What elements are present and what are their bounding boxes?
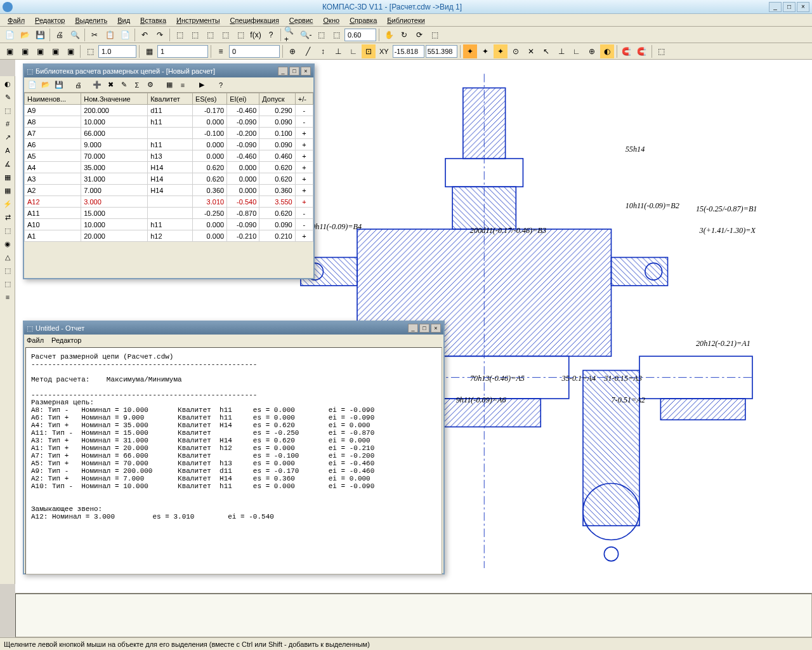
vtool-1[interactable]: ◐ <box>1 77 14 90</box>
print-icon[interactable]: 🖨 <box>53 28 67 42</box>
zoom-out-icon[interactable]: 🔍- <box>299 28 313 42</box>
tool2-icon[interactable]: ⬚ <box>188 28 202 42</box>
panel-titlebar[interactable]: ⬚ Библиотека расчета размерных цепей - [… <box>24 65 313 77</box>
snap-i-icon[interactable]: ⊕ <box>585 44 599 58</box>
vtool-13[interactable]: ◉ <box>1 237 14 250</box>
magnet-off-icon[interactable]: 🧲 <box>635 44 649 58</box>
pan-icon[interactable]: ✋ <box>382 28 396 42</box>
table-row[interactable]: A27.000H140.3600.0000.360+ <box>25 185 313 196</box>
snap-a-icon[interactable]: ✦ <box>463 44 477 58</box>
table-header[interactable]: Наименов... <box>25 93 81 105</box>
vtool-16[interactable]: ⬚ <box>1 277 14 290</box>
paste-icon[interactable]: 📄 <box>118 28 132 42</box>
vtool-8[interactable]: ▦ <box>1 171 14 183</box>
tool5-icon[interactable]: ⬚ <box>233 28 247 42</box>
copy-icon[interactable]: 📋 <box>103 28 117 42</box>
snap-j-icon[interactable]: ◐ <box>600 44 614 58</box>
table-header[interactable]: EI(ei) <box>227 93 259 105</box>
pt-open-icon[interactable]: 📂 <box>40 79 51 91</box>
tool3-icon[interactable]: ⬚ <box>203 28 217 42</box>
report-max-button[interactable]: □ <box>419 324 429 333</box>
open-icon[interactable]: 📂 <box>18 28 32 42</box>
menu-file[interactable]: Файл <box>3 15 30 25</box>
coord-x-input[interactable] <box>393 45 424 58</box>
vtool-12[interactable]: ⬚ <box>1 224 14 237</box>
pt-obj-icon[interactable]: ▦ <box>164 79 175 91</box>
vtool-2[interactable]: ✎ <box>1 91 14 103</box>
vtool-6[interactable]: A <box>1 144 14 157</box>
coord-y-input[interactable] <box>426 45 457 58</box>
pt-edit-icon[interactable]: ✎ <box>118 79 129 91</box>
undo-icon[interactable]: ↶ <box>138 28 152 42</box>
view-icon[interactable]: ⬚ <box>428 28 442 42</box>
zoom-in-icon[interactable]: 🔍+ <box>284 28 298 42</box>
fx-icon[interactable]: f(x) <box>249 28 263 42</box>
layer3-icon[interactable]: ≡ <box>214 44 228 58</box>
report-titlebar[interactable]: ⬚ Untitled - Отчет _ □ × <box>24 322 443 335</box>
doc4-icon[interactable]: ▣ <box>48 44 62 58</box>
table-header[interactable]: Ном.Значение <box>81 93 148 105</box>
close-button[interactable]: × <box>797 2 809 12</box>
pt-add-icon[interactable]: ➕ <box>91 79 103 91</box>
report-min-button[interactable]: _ <box>408 324 418 333</box>
snap1-icon[interactable]: ⊕ <box>285 44 299 58</box>
menu-service[interactable]: Сервис <box>284 15 318 25</box>
pt-list-icon[interactable]: ≡ <box>177 79 188 91</box>
menu-tools[interactable]: Инструменты <box>171 15 225 25</box>
panel-close-button[interactable]: × <box>301 67 311 76</box>
magnet-on-icon[interactable]: 🧲 <box>620 44 634 58</box>
snap-b-icon[interactable]: ✦ <box>478 44 492 58</box>
snap2-icon[interactable]: ╱ <box>301 44 315 58</box>
table-row[interactable]: A123.0003.010-0.5403.550+ <box>25 196 313 208</box>
vtool-5[interactable]: ↗ <box>1 131 14 143</box>
menu-select[interactable]: Выделить <box>70 15 112 25</box>
table-row[interactable]: A1010.000h110.000-0.0900.090- <box>25 219 313 230</box>
pt-opt-icon[interactable]: ⚙ <box>145 79 156 91</box>
snap3-icon[interactable]: ↕ <box>316 44 330 58</box>
vtool-3[interactable]: ⬚ <box>1 104 14 117</box>
zoom-combo[interactable]: 0.60 <box>344 29 376 41</box>
snap-h-icon[interactable]: ∟ <box>570 44 584 58</box>
snap5-icon[interactable]: ∟ <box>346 44 360 58</box>
doc2-icon[interactable]: ▣ <box>18 44 32 58</box>
redraw-icon[interactable]: ⟳ <box>412 28 426 42</box>
table-row[interactable]: A1115.000-0.250-0.8700.620- <box>25 208 313 219</box>
vtool-15[interactable]: ⬚ <box>1 264 14 277</box>
combo2[interactable]: 0 <box>229 45 280 58</box>
snap-c-icon[interactable]: ✦ <box>494 44 508 58</box>
layer-icon[interactable]: ⬚ <box>83 44 97 58</box>
snap-e-icon[interactable]: ✕ <box>524 44 538 58</box>
vtool-4[interactable]: # <box>1 117 14 130</box>
table-header[interactable]: ES(es) <box>192 93 226 105</box>
vtool-10[interactable]: ⚡ <box>1 197 14 210</box>
combo1[interactable]: 1 <box>157 45 208 58</box>
table-row[interactable]: A570.000h130.000-0.4600.460+ <box>25 150 313 162</box>
pt-del-icon[interactable]: ✖ <box>105 79 116 91</box>
menu-libraries[interactable]: Библиотеки <box>382 15 430 25</box>
snap6-icon[interactable]: ⊡ <box>362 44 376 58</box>
menu-spec[interactable]: Спецификация <box>225 15 284 25</box>
zoom-fit-icon[interactable]: ⬚ <box>314 28 328 42</box>
pt-save-icon[interactable]: 💾 <box>53 79 65 91</box>
table-header[interactable]: Допуск <box>259 93 295 105</box>
rotate-icon[interactable]: ↻ <box>397 28 411 42</box>
pt-run-icon[interactable]: ▶ <box>196 79 207 91</box>
scale-combo[interactable]: 1.0 <box>98 45 136 58</box>
doc1-icon[interactable]: ▣ <box>3 44 16 58</box>
command-input[interactable] <box>15 594 812 637</box>
minimize-button[interactable]: _ <box>769 2 782 12</box>
tool-icon[interactable]: ⬚ <box>173 28 187 42</box>
menu-window[interactable]: Окно <box>318 15 345 25</box>
vtool-14[interactable]: △ <box>1 251 14 263</box>
vtool-17[interactable]: ≡ <box>1 291 14 303</box>
table-row[interactable]: A9200.000d11-0.170-0.4600.290- <box>25 105 313 116</box>
report-content[interactable]: Расчет размерной цепи (Расчет.cdw) -----… <box>25 347 442 574</box>
menu-editor[interactable]: Редактор <box>30 15 70 25</box>
pt-calc-icon[interactable]: Σ <box>131 79 143 91</box>
pt-new-icon[interactable]: 📄 <box>27 79 38 91</box>
menu-help[interactable]: Справка <box>344 15 382 25</box>
report-menu-editor[interactable]: Редактор <box>51 336 81 344</box>
snap-d-icon[interactable]: ⊙ <box>509 44 523 58</box>
table-row[interactable]: A766.000-0.100-0.2000.100+ <box>25 128 313 139</box>
save-icon[interactable]: 💾 <box>33 28 47 42</box>
